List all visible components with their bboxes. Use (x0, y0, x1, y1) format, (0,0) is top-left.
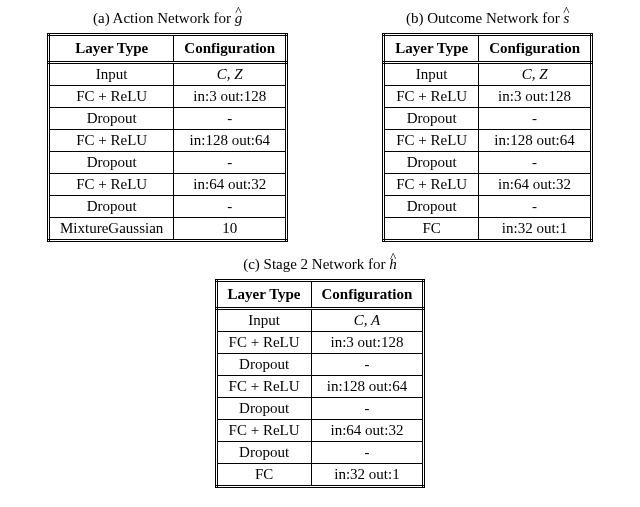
table-a-header-row: Layer Type Configuration (49, 35, 287, 63)
cell-layer-type: FC + ReLU (49, 86, 174, 108)
cell-configuration: in:3 out:128 (311, 332, 424, 354)
cell-layer-type: FC + ReLU (216, 376, 311, 398)
table-b-header-row: Layer Type Configuration (384, 35, 592, 63)
cell-configuration: C, Z (479, 63, 592, 86)
cell-layer-type: FC + ReLU (384, 174, 479, 196)
cell-configuration: in:3 out:128 (479, 86, 592, 108)
cell-configuration: - (311, 442, 424, 464)
cell-layer-type: Input (384, 63, 479, 86)
cell-configuration: in:128 out:64 (174, 130, 287, 152)
cell-configuration: in:3 out:128 (174, 86, 287, 108)
cell-configuration: - (479, 108, 592, 130)
caption-b-hat: s (563, 10, 569, 27)
table-row: FC + ReLUin:3 out:128 (216, 332, 424, 354)
table-row: FCin:32 out:1 (384, 218, 592, 241)
cell-layer-type: FC + ReLU (216, 332, 311, 354)
table-row: Dropout- (49, 196, 287, 218)
cell-layer-type: MixtureGaussian (49, 218, 174, 241)
table-c: Layer Type Configuration InputC, AFC + R… (215, 279, 426, 488)
table-row: Dropout- (384, 196, 592, 218)
table-row: Dropout- (384, 152, 592, 174)
cell-configuration: in:32 out:1 (479, 218, 592, 241)
cell-layer-type: FC + ReLU (49, 174, 174, 196)
table-b-header-layer: Layer Type (384, 35, 479, 63)
cell-configuration: - (311, 398, 424, 420)
table-row: FC + ReLUin:128 out:64 (49, 130, 287, 152)
table-a: Layer Type Configuration InputC, ZFC + R… (47, 33, 288, 242)
table-b-header-config: Configuration (479, 35, 592, 63)
table-b-body: InputC, ZFC + ReLUin:3 out:128Dropout-FC… (384, 63, 592, 241)
cell-layer-type: FC + ReLU (384, 130, 479, 152)
cell-layer-type: FC + ReLU (216, 420, 311, 442)
cell-configuration: in:64 out:32 (174, 174, 287, 196)
cell-configuration: in:128 out:64 (479, 130, 592, 152)
table-row: Dropout- (216, 398, 424, 420)
table-row: Dropout- (49, 108, 287, 130)
cell-layer-type: Dropout (216, 398, 311, 420)
table-a-body: InputC, ZFC + ReLUin:3 out:128Dropout-FC… (49, 63, 287, 241)
cell-layer-type: FC + ReLU (49, 130, 174, 152)
table-row: FC + ReLUin:3 out:128 (384, 86, 592, 108)
cell-configuration: - (311, 354, 424, 376)
cell-layer-type: FC (384, 218, 479, 241)
table-c-header-row: Layer Type Configuration (216, 281, 424, 309)
cell-layer-type: Dropout (384, 108, 479, 130)
table-a-header-layer: Layer Type (49, 35, 174, 63)
cell-configuration: C, A (311, 309, 424, 332)
caption-a: (a) Action Network for g (93, 10, 242, 27)
table-row: FCin:32 out:1 (216, 464, 424, 487)
cell-configuration: in:64 out:32 (311, 420, 424, 442)
cell-configuration: - (479, 152, 592, 174)
cell-configuration: in:64 out:32 (479, 174, 592, 196)
table-row: FC + ReLUin:64 out:32 (216, 420, 424, 442)
cell-layer-type: Input (216, 309, 311, 332)
cell-configuration: in:32 out:1 (311, 464, 424, 487)
panel-c: (c) Stage 2 Network for h Layer Type Con… (215, 256, 426, 488)
panel-a: (a) Action Network for g Layer Type Conf… (47, 10, 288, 242)
cell-layer-type: FC (216, 464, 311, 487)
table-row: FC + ReLUin:64 out:32 (49, 174, 287, 196)
table-row: FC + ReLUin:128 out:64 (216, 376, 424, 398)
caption-c: (c) Stage 2 Network for h (243, 256, 397, 273)
caption-b: (b) Outcome Network for s (406, 10, 569, 27)
table-row: MixtureGaussian10 (49, 218, 287, 241)
cell-layer-type: FC + ReLU (384, 86, 479, 108)
cell-configuration: - (174, 152, 287, 174)
table-row: Dropout- (384, 108, 592, 130)
caption-c-hat: h (389, 256, 397, 273)
cell-layer-type: Dropout (384, 196, 479, 218)
table-row: Dropout- (49, 152, 287, 174)
table-row: Dropout- (216, 442, 424, 464)
cell-layer-type: Dropout (49, 152, 174, 174)
table-row: InputC, A (216, 309, 424, 332)
cell-layer-type: Dropout (49, 108, 174, 130)
table-b: Layer Type Configuration InputC, ZFC + R… (382, 33, 593, 242)
caption-b-text: (b) Outcome Network for (406, 10, 563, 26)
table-c-body: InputC, AFC + ReLUin:3 out:128Dropout-FC… (216, 309, 424, 487)
cell-configuration: in:128 out:64 (311, 376, 424, 398)
caption-a-hat: g (235, 10, 243, 27)
table-row: Dropout- (216, 354, 424, 376)
cell-configuration: - (174, 108, 287, 130)
cell-layer-type: Dropout (384, 152, 479, 174)
table-row: FC + ReLUin:128 out:64 (384, 130, 592, 152)
cell-configuration: 10 (174, 218, 287, 241)
caption-c-text: (c) Stage 2 Network for (243, 256, 389, 272)
cell-layer-type: Dropout (216, 442, 311, 464)
table-c-header-config: Configuration (311, 281, 424, 309)
table-row: InputC, Z (384, 63, 592, 86)
cell-layer-type: Dropout (49, 196, 174, 218)
table-a-header-config: Configuration (174, 35, 287, 63)
cell-layer-type: Input (49, 63, 174, 86)
table-row: InputC, Z (49, 63, 287, 86)
cell-layer-type: Dropout (216, 354, 311, 376)
cell-configuration: - (174, 196, 287, 218)
caption-a-text: (a) Action Network for (93, 10, 235, 26)
table-row: FC + ReLUin:3 out:128 (49, 86, 287, 108)
table-c-header-layer: Layer Type (216, 281, 311, 309)
table-row: FC + ReLUin:64 out:32 (384, 174, 592, 196)
cell-configuration: C, Z (174, 63, 287, 86)
cell-configuration: - (479, 196, 592, 218)
panel-b: (b) Outcome Network for s Layer Type Con… (382, 10, 593, 242)
